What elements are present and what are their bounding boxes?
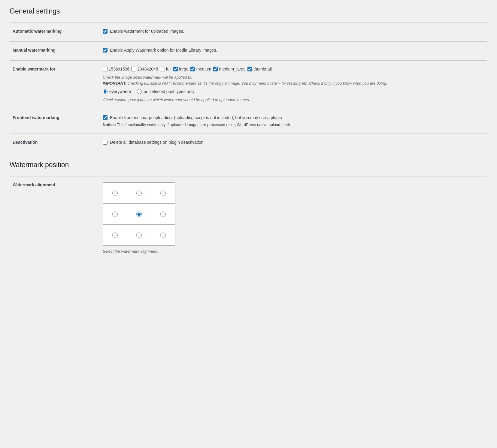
- alignment-bottom-left[interactable]: [103, 225, 127, 246]
- alignment-bottom-right[interactable]: [151, 225, 175, 246]
- size-full: full: [160, 67, 171, 71]
- size-large-checkbox[interactable]: [173, 67, 178, 71]
- size-thumbnail-label: thumbnail: [253, 67, 272, 71]
- size-medium-label: medium: [196, 67, 211, 71]
- label-automatic-watermarking: Automatic watermarking: [10, 23, 100, 42]
- size-medium-large-checkbox[interactable]: [213, 67, 218, 71]
- alignment-middle-left-radio[interactable]: [112, 212, 118, 217]
- size-large-label: large: [179, 67, 189, 71]
- alignment-middle-left[interactable]: [103, 204, 127, 225]
- post-type-radio-group: everywhere on selected post types only: [103, 89, 484, 94]
- alignment-bottom-right-radio[interactable]: [160, 233, 166, 238]
- size-large: large: [173, 67, 189, 71]
- alignment-middle-center[interactable]: [127, 204, 151, 225]
- label-frontend-watermarking: Frontend watermarking: [10, 109, 100, 134]
- size-medium-checkbox[interactable]: [190, 67, 195, 71]
- radio-selected-post-types-input[interactable]: [137, 89, 142, 94]
- radio-everywhere-input[interactable]: [103, 89, 108, 94]
- content-frontend-watermarking: Enable frontend image uploading. (upload…: [100, 109, 487, 134]
- row-enable-watermark-for: Enable watermark for 1536x1536 2048x2048…: [10, 61, 487, 109]
- deactivation-checkbox[interactable]: [103, 140, 108, 145]
- alignment-description: Select the watermark alignment.: [103, 248, 484, 254]
- alignment-top-left-radio[interactable]: [112, 191, 118, 196]
- auto-watermark-label: Enable watermark for uploaded images.: [110, 29, 184, 34]
- size-1536x1536-checkbox[interactable]: [103, 67, 108, 71]
- row-automatic-watermarking: Automatic watermarking Enable watermark …: [10, 23, 487, 42]
- alignment-grid: [103, 182, 175, 246]
- manual-watermark-checkbox[interactable]: [103, 48, 108, 53]
- size-1536x1536-label: 1536x1536: [109, 67, 129, 71]
- row-frontend-watermarking: Frontend watermarking Enable frontend im…: [10, 109, 487, 134]
- alignment-top-left[interactable]: [103, 183, 127, 204]
- alignment-bottom-left-radio[interactable]: [112, 233, 118, 238]
- post-type-description: Check custom post types on which waterma…: [103, 97, 484, 103]
- watermark-position-title: Watermark position: [10, 161, 487, 169]
- settings-table: Automatic watermarking Enable watermark …: [10, 23, 487, 152]
- frontend-watermark-label: Enable frontend image uploading. (upload…: [110, 115, 282, 120]
- size-2048x2048-checkbox[interactable]: [131, 67, 136, 71]
- label-watermark-alignment: Watermark alignment: [10, 176, 100, 260]
- size-2048x2048-label: 2048x2048: [137, 67, 158, 71]
- auto-watermark-checkbox[interactable]: [103, 29, 108, 34]
- manual-watermark-label: Enable Apply Watermark option for Media …: [110, 48, 217, 53]
- alignment-top-right[interactable]: [151, 183, 175, 204]
- size-full-label: full: [166, 67, 171, 71]
- radio-everywhere-label: everywhere: [109, 89, 131, 94]
- alignment-bottom-center[interactable]: [127, 225, 151, 246]
- size-2048x2048: 2048x2048: [131, 67, 158, 71]
- radio-everywhere: everywhere: [103, 89, 131, 94]
- label-manual-watermarking: Manual watermarking: [10, 42, 100, 61]
- size-thumbnail-checkbox[interactable]: [247, 67, 252, 71]
- row-manual-watermarking: Manual watermarking Enable Apply Waterma…: [10, 42, 487, 61]
- content-watermark-alignment: Select the watermark alignment.: [100, 176, 487, 260]
- size-medium-large-label: medium_large: [219, 67, 246, 71]
- label-deactivation: Deactivation: [10, 134, 100, 153]
- content-automatic-watermarking: Enable watermark for uploaded images.: [100, 23, 487, 42]
- alignment-top-right-radio[interactable]: [160, 191, 166, 196]
- alignment-middle-center-radio[interactable]: [136, 212, 142, 217]
- size-1536x1536: 1536x1536: [103, 67, 129, 71]
- image-sizes-description: Check the image sizes watermark will be …: [103, 74, 484, 86]
- size-medium: medium: [190, 67, 211, 71]
- frontend-watermark-checkbox[interactable]: [103, 115, 108, 120]
- label-enable-watermark-for: Enable watermark for: [10, 61, 100, 109]
- alignment-top-center[interactable]: [127, 183, 151, 204]
- general-settings-title: General settings: [10, 7, 487, 15]
- radio-selected-post-types: on selected post types only: [137, 89, 194, 94]
- size-full-checkbox[interactable]: [160, 67, 165, 71]
- frontend-notice-text: Notice: This functionality works only if…: [103, 122, 484, 128]
- alignment-middle-right-radio[interactable]: [160, 212, 166, 217]
- alignment-top-center-radio[interactable]: [136, 191, 142, 196]
- deactivation-label: Delete all database settings on plugin d…: [110, 140, 205, 145]
- size-medium-large: medium_large: [213, 67, 246, 71]
- size-thumbnail: thumbnail: [247, 67, 272, 71]
- alignment-middle-right[interactable]: [151, 204, 175, 225]
- alignment-bottom-center-radio[interactable]: [136, 233, 142, 238]
- image-sizes-group: 1536x1536 2048x2048 full large: [103, 67, 484, 71]
- row-watermark-alignment: Watermark alignment: [10, 176, 487, 260]
- content-deactivation: Delete all database settings on plugin d…: [100, 134, 487, 153]
- radio-selected-post-types-label: on selected post types only: [144, 89, 194, 94]
- watermark-position-table: Watermark alignment: [10, 176, 487, 260]
- row-deactivation: Deactivation Delete all database setting…: [10, 134, 487, 153]
- content-enable-watermark-for: 1536x1536 2048x2048 full large: [100, 61, 487, 109]
- content-manual-watermarking: Enable Apply Watermark option for Media …: [100, 42, 487, 61]
